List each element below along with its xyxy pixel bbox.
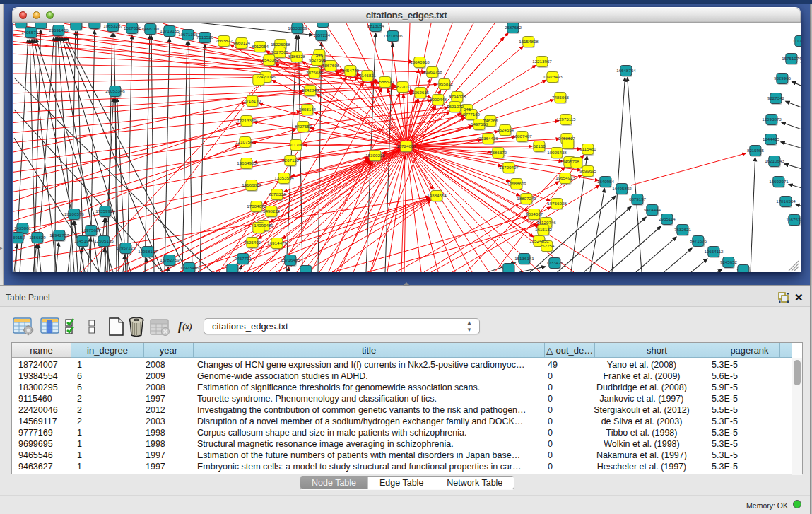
svg-text:8186328: 8186328 xyxy=(288,54,306,59)
svg-text:10688609: 10688609 xyxy=(507,181,526,186)
svg-text:8912954: 8912954 xyxy=(252,44,269,49)
svg-text:2935114: 2935114 xyxy=(659,216,676,221)
svg-text:12975115: 12975115 xyxy=(556,117,576,122)
svg-text:19654985: 19654985 xyxy=(237,160,257,165)
svg-text:546: 546 xyxy=(316,52,324,57)
svg-text:19756928: 19756928 xyxy=(547,201,567,206)
svg-text:10025438: 10025438 xyxy=(547,150,567,155)
svg-text:1362615: 1362615 xyxy=(412,90,430,95)
svg-text:18640910: 18640910 xyxy=(410,59,430,64)
svg-text:10719155: 10719155 xyxy=(160,28,180,33)
svg-text:9327505: 9327505 xyxy=(271,49,289,54)
svg-text:15720407: 15720407 xyxy=(499,165,519,170)
svg-text:1640954: 1640954 xyxy=(597,179,615,184)
svg-text:1156829: 1156829 xyxy=(29,235,46,240)
svg-text:8878334: 8878334 xyxy=(269,192,286,197)
svg-text:7386372: 7386372 xyxy=(490,150,507,155)
svg-text:8454749: 8454749 xyxy=(342,68,360,73)
svg-text:939154: 939154 xyxy=(13,235,25,240)
svg-text:11923446: 11923446 xyxy=(180,265,199,270)
svg-text:16495798: 16495798 xyxy=(560,159,579,164)
svg-text:19218506: 19218506 xyxy=(383,33,403,38)
svg-text:7625402: 7625402 xyxy=(244,240,261,245)
svg-text:12213369: 12213369 xyxy=(237,118,257,123)
svg-text:18807249: 18807249 xyxy=(517,196,536,201)
svg-text:6466160: 6466160 xyxy=(142,26,160,31)
svg-text:3875685: 3875685 xyxy=(306,70,324,75)
svg-text:7955812: 7955812 xyxy=(436,81,454,86)
svg-text:9329966: 9329966 xyxy=(774,76,792,81)
svg-text:12942757: 12942757 xyxy=(49,233,69,238)
svg-text:9245652: 9245652 xyxy=(720,259,738,264)
svg-text:2803144: 2803144 xyxy=(299,107,317,112)
svg-text:1621072: 1621072 xyxy=(447,104,464,109)
svg-text:8215955: 8215955 xyxy=(747,148,765,153)
svg-text:15751074: 15751074 xyxy=(782,56,801,61)
svg-text:13524851: 13524851 xyxy=(529,238,549,243)
svg-text:16033809: 16033809 xyxy=(288,25,307,30)
svg-text:16543362: 16543362 xyxy=(259,57,279,62)
svg-text:1244415: 1244415 xyxy=(763,136,780,141)
svg-text:19384554: 19384554 xyxy=(427,193,447,198)
svg-text:15226058: 15226058 xyxy=(271,42,290,47)
svg-text:8813054: 8813054 xyxy=(367,23,385,28)
svg-text:1527602: 1527602 xyxy=(124,25,141,30)
svg-text:19166827: 19166827 xyxy=(242,182,261,187)
svg-text:9327508: 9327508 xyxy=(309,57,326,62)
svg-text:9463627: 9463627 xyxy=(558,136,576,141)
svg-text:911700: 911700 xyxy=(289,142,304,147)
svg-text:3624554: 3624554 xyxy=(497,127,514,132)
svg-text:7515526: 7515526 xyxy=(196,35,214,40)
svg-text:16154808: 16154808 xyxy=(519,39,539,44)
svg-text:1145194: 1145194 xyxy=(74,238,91,243)
svg-text:15300215: 15300215 xyxy=(365,153,385,158)
svg-text:14055713: 14055713 xyxy=(21,30,41,35)
svg-text:1435061: 1435061 xyxy=(14,226,32,230)
svg-text:15136141: 15136141 xyxy=(514,256,534,261)
svg-text:10961758: 10961758 xyxy=(423,69,442,74)
svg-text:12505135: 12505135 xyxy=(94,238,114,243)
svg-text:10671355: 10671355 xyxy=(178,32,198,37)
svg-text:17957225: 17957225 xyxy=(116,245,136,250)
svg-text:12093873: 12093873 xyxy=(762,117,782,122)
svg-text:9660124: 9660124 xyxy=(233,40,251,45)
svg-text:252254: 252254 xyxy=(540,243,555,248)
svg-text:14099489: 14099489 xyxy=(254,223,273,228)
svg-text:3498222: 3498222 xyxy=(263,209,281,214)
svg-text:8990448: 8990448 xyxy=(430,97,447,102)
svg-text:9227342: 9227342 xyxy=(767,95,785,100)
svg-text:16914479: 16914479 xyxy=(267,240,287,245)
svg-text:6497568: 6497568 xyxy=(471,122,488,127)
svg-text:2718170: 2718170 xyxy=(244,98,261,103)
svg-text:1117304: 1117304 xyxy=(792,38,801,43)
svg-text:7357224: 7357224 xyxy=(313,33,331,37)
svg-text:20364436: 20364436 xyxy=(478,136,498,141)
svg-text:1588520: 1588520 xyxy=(377,79,394,84)
svg-text:9242848: 9242848 xyxy=(302,88,319,93)
svg-text:10975687: 10975687 xyxy=(81,228,101,233)
svg-text:13353594: 13353594 xyxy=(274,175,294,180)
svg-text:245: 245 xyxy=(464,107,471,112)
svg-text:9777169: 9777169 xyxy=(463,112,481,117)
svg-text:20691406: 20691406 xyxy=(49,28,69,33)
svg-text:7632621: 7632621 xyxy=(674,227,692,232)
svg-text:2687682: 2687682 xyxy=(505,25,522,30)
svg-text:9457791: 9457791 xyxy=(235,256,252,261)
svg-text:8267110: 8267110 xyxy=(282,158,299,163)
svg-text:(x): (x) xyxy=(182,322,192,332)
svg-text:15692971: 15692971 xyxy=(769,179,789,184)
svg-text:10973493: 10973493 xyxy=(543,74,563,79)
svg-text:9084067: 9084067 xyxy=(526,211,543,216)
svg-text:9699695: 9699695 xyxy=(579,168,597,173)
svg-text:18724007: 18724007 xyxy=(396,144,416,148)
svg-text:12213967: 12213967 xyxy=(532,59,552,64)
svg-text:8427552: 8427552 xyxy=(295,124,312,129)
svg-text:1733426: 1733426 xyxy=(546,260,564,265)
svg-text:12107541: 12107541 xyxy=(235,139,255,144)
svg-text:17016504: 17016504 xyxy=(776,199,796,204)
svg-text:16120746: 16120746 xyxy=(536,220,556,225)
svg-text:9115460: 9115460 xyxy=(579,146,596,151)
svg-text:10807487: 10807487 xyxy=(512,134,532,139)
svg-text:10654112: 10654112 xyxy=(704,249,724,254)
svg-text:3822037: 3822037 xyxy=(394,84,412,89)
